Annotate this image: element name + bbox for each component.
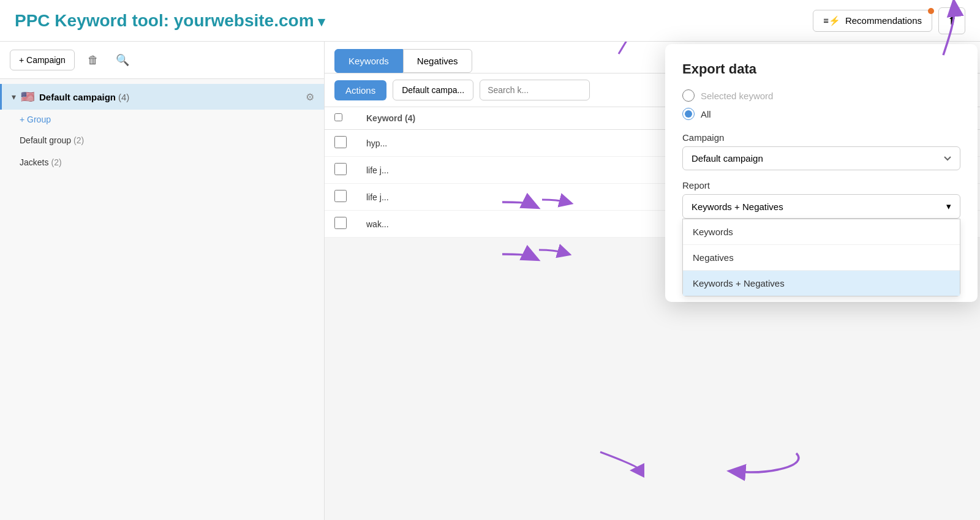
search-sidebar-button[interactable]: 🔍 xyxy=(111,49,134,71)
row-keyword-1: life j... xyxy=(356,157,713,184)
row-checkbox-2[interactable] xyxy=(334,190,347,202)
flag-icon: 🇺🇸 xyxy=(21,90,34,104)
report-form-group: Report Keywords + Negatives ▾ Keywords N… xyxy=(682,180,960,219)
campaign-count: (4) xyxy=(118,92,129,102)
campaign-name: Default campaign xyxy=(39,92,116,102)
row-checkbox-3[interactable] xyxy=(334,217,347,229)
sidebar: + Campaign 🗑 🔍 ▾ 🇺🇸 Default campaign (4)… xyxy=(0,42,325,520)
radio-all-row[interactable]: All xyxy=(682,108,960,120)
report-dropdown-container: Keywords + Negatives ▾ Keywords Negative… xyxy=(682,194,960,219)
search-icon: 🔍 xyxy=(116,53,129,67)
campaign-list: ▾ 🇺🇸 Default campaign (4) ⚙ + Group Defa… xyxy=(0,79,324,520)
title-prefix: PPC Keyword tool: xyxy=(15,11,174,30)
row-keyword-2: life j... xyxy=(356,184,713,211)
actions-button[interactable]: Actions xyxy=(334,80,386,100)
notification-dot xyxy=(928,8,934,14)
sidebar-toolbar: + Campaign 🗑 🔍 xyxy=(0,42,324,79)
radio-selected-keyword-label: Selected keyword xyxy=(701,91,773,101)
tab-keywords-label: Keywords xyxy=(349,56,389,66)
page-title: PPC Keyword tool: yourwebsite.com▾ xyxy=(15,11,325,31)
row-checkbox-1[interactable] xyxy=(334,163,347,175)
campaign-form-group: Campaign Default campaign xyxy=(682,132,960,170)
report-dropdown-options: Keywords Negatives Keywords + Negatives xyxy=(682,219,960,296)
campaign-select[interactable]: Default campaign xyxy=(682,146,960,170)
campaign-label: Campaign xyxy=(682,132,960,143)
radio-all-label: All xyxy=(701,109,711,119)
delete-button[interactable]: 🗑 xyxy=(82,49,104,71)
recommendations-icon: ≡⚡ xyxy=(823,15,840,26)
row-keyword-0: hyp... xyxy=(356,130,713,157)
main-layout: + Campaign 🗑 🔍 ▾ 🇺🇸 Default campaign (4)… xyxy=(0,42,980,520)
group-item-jackets[interactable]: Jackets (2) xyxy=(0,151,324,173)
dropdown-option-keywords[interactable]: Keywords xyxy=(683,219,960,244)
campaign-item-default[interactable]: ▾ 🇺🇸 Default campaign (4) ⚙ xyxy=(0,84,324,110)
keyword-search-input[interactable] xyxy=(480,80,590,100)
option-negatives-label: Negatives xyxy=(693,252,734,263)
group-item-default[interactable]: Default group (2) xyxy=(0,129,324,151)
add-campaign-button[interactable]: + Campaign xyxy=(10,50,75,70)
upload-icon: ⬆ xyxy=(948,14,957,28)
group-name-default: Default group xyxy=(20,135,71,145)
radio-all[interactable] xyxy=(682,108,695,120)
add-group-button[interactable]: + Group xyxy=(0,110,324,129)
title-site: yourwebsite.com xyxy=(174,11,314,30)
export-panel-title: Export data xyxy=(682,61,960,77)
radio-selected-keyword[interactable] xyxy=(682,89,695,102)
option-keywords-label: Keywords xyxy=(693,227,733,237)
dropdown-option-keywords-negatives[interactable]: Keywords + Negatives xyxy=(683,270,960,296)
recommendations-button[interactable]: ≡⚡ Recommendations xyxy=(813,10,932,32)
chevron-down-icon: ▾ xyxy=(946,201,951,212)
campaign-filter-button[interactable]: Default campa... xyxy=(393,80,473,100)
trash-icon: 🗑 xyxy=(88,54,99,67)
header-actions: ≡⚡ Recommendations ⬆ xyxy=(813,7,965,34)
row-keyword-3: wak... xyxy=(356,211,713,238)
add-group-label: + Group xyxy=(20,115,51,124)
add-campaign-label: + Campaign xyxy=(19,55,66,65)
report-label: Report xyxy=(682,180,960,190)
chevron-down-icon: ▾ xyxy=(12,92,16,102)
radio-selected-keyword-row[interactable]: Selected keyword xyxy=(682,89,960,102)
col-keyword: Keyword (4) xyxy=(356,107,713,130)
tab-negatives-label: Negatives xyxy=(417,56,458,66)
content-area: Keywords Negatives Actions Default campa… xyxy=(325,42,980,520)
report-select-display[interactable]: Keywords + Negatives ▾ xyxy=(682,194,960,219)
tab-keywords[interactable]: Keywords xyxy=(334,49,403,73)
option-keywords-negatives-label: Keywords + Negatives xyxy=(693,278,785,288)
actions-label: Actions xyxy=(345,85,375,96)
app-header: PPC Keyword tool: yourwebsite.com▾ ≡⚡ Re… xyxy=(0,0,980,42)
dropdown-option-negatives[interactable]: Negatives xyxy=(683,244,960,270)
title-chevron: ▾ xyxy=(318,14,325,29)
group-count-jackets: (2) xyxy=(51,157,61,167)
select-all-checkbox[interactable] xyxy=(334,113,342,121)
group-name-jackets: Jackets xyxy=(20,157,48,167)
tab-negatives[interactable]: Negatives xyxy=(403,49,472,73)
group-count-default: (2) xyxy=(74,135,84,145)
filter-label: Default campa... xyxy=(402,85,464,95)
export-radio-group: Selected keyword All xyxy=(682,89,960,120)
gear-icon[interactable]: ⚙ xyxy=(306,91,314,103)
row-checkbox-0[interactable] xyxy=(334,136,347,148)
export-header-button[interactable]: ⬆ xyxy=(938,7,965,34)
recommendations-label: Recommendations xyxy=(845,15,922,26)
report-selected-value: Keywords + Negatives xyxy=(692,202,783,212)
export-panel: Export data Selected keyword All Campaig… xyxy=(665,44,978,302)
